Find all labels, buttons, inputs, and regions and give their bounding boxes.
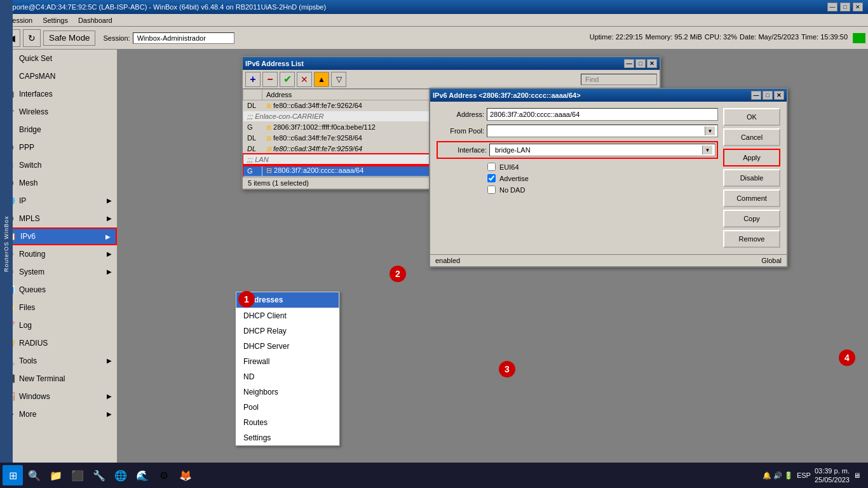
sidebar-item-switch[interactable]: ⇄ Switch <box>0 156 117 174</box>
detail-close[interactable]: ✕ <box>774 91 784 100</box>
status-indicator <box>853 33 865 43</box>
ipv6-list-minimize[interactable]: — <box>624 59 634 68</box>
ipv6-list-maximize[interactable]: □ <box>635 59 646 68</box>
sidebar-item-interfaces[interactable]: ▦ Interfaces <box>0 85 117 103</box>
ipv6-list-close[interactable]: ✕ <box>647 59 657 68</box>
submenu-dhcp-client[interactable]: DHCP Client <box>236 308 339 323</box>
submenu-routes[interactable]: Routes <box>236 415 339 430</box>
col-header-type[interactable] <box>243 90 262 100</box>
taskbar-icons-sys: 🔔 🔊 🔋 <box>763 471 793 480</box>
sidebar-item-queues[interactable]: 📊 Queues <box>0 281 117 299</box>
sidebar-item-radius[interactable]: 🔐 RADIUS <box>0 334 117 352</box>
taskbar-tool[interactable]: 🔧 <box>89 465 109 485</box>
sidebar-item-files[interactable]: 📁 Files <box>0 299 117 316</box>
menu-dashboard[interactable]: Dashboard <box>73 15 118 25</box>
sidebar-item-wireless[interactable]: 〰 Wireless <box>0 103 117 121</box>
sidebar-item-capsman[interactable]: ● CAPsMAN <box>0 67 117 85</box>
title-controls: — □ ✕ <box>827 3 863 11</box>
flag-btn[interactable]: ▲ <box>314 72 329 87</box>
taskbar-terminal[interactable]: ⬛ <box>67 465 88 485</box>
menu-settings[interactable]: Settings <box>37 15 73 25</box>
detail-minimize[interactable]: — <box>751 91 761 100</box>
copy-button[interactable]: Copy <box>723 210 780 227</box>
submenu-settings[interactable]: Settings <box>236 430 339 445</box>
sidebar-label-files: Files <box>19 303 112 312</box>
add-btn[interactable]: + <box>245 72 261 87</box>
sidebar-item-ip[interactable]: 🌐 IP ▶ <box>0 192 117 210</box>
time: Time: 15:39:50 <box>801 33 848 43</box>
taskbar-chrome[interactable]: 🌐 <box>111 465 131 485</box>
minimize-btn[interactable]: — <box>827 3 837 11</box>
submenu-firewall[interactable]: Firewall <box>236 354 339 369</box>
sidebar-item-tools[interactable]: 🔧 Tools ▶ <box>0 352 117 370</box>
submenu-dhcp-server[interactable]: DHCP Server <box>236 339 339 354</box>
apply-button[interactable]: Apply <box>723 149 780 166</box>
ipv6-list-toolbar: + − ✔ ✕ ▲ ▽ <box>243 70 660 89</box>
advertise-row: Advertise <box>487 174 718 182</box>
circle-1: 1 <box>238 291 255 308</box>
detail-status-left: enabled <box>435 257 460 264</box>
winbox-brand: RouterOS WinBox <box>0 50 13 488</box>
start-btn[interactable]: ⊞ <box>3 465 23 485</box>
sidebar-item-ipv6[interactable]: 📋 IPv6 ▶ <box>0 227 117 245</box>
sidebar-item-bridge[interactable]: ⌂ Bridge <box>0 121 117 139</box>
sidebar-item-quick-set[interactable]: ⚡ Quick Set <box>0 50 117 67</box>
taskbar-search[interactable]: 🔍 <box>24 465 44 485</box>
submenu-dhcp-relay[interactable]: DHCP Relay <box>236 323 339 339</box>
cancel-button[interactable]: Cancel <box>723 128 780 146</box>
sidebar-label-tools: Tools <box>19 356 103 365</box>
eui64-checkbox[interactable] <box>487 163 496 171</box>
memory: Memory: 95.2 MiB <box>645 33 702 43</box>
submenu-neighbors[interactable]: Neighbors <box>236 384 339 400</box>
main-area: ⚡ Quick Set ● CAPsMAN ▦ Interfaces 〰 Wir… <box>0 50 868 488</box>
close-btn[interactable]: ✕ <box>853 3 863 11</box>
remove-button[interactable]: Remove <box>723 230 780 248</box>
sidebar-item-ppp[interactable]: ⬡ PPP <box>0 139 117 156</box>
submenu-pool[interactable]: Pool <box>236 400 339 415</box>
sidebar-item-more[interactable]: ⋯ More ▶ <box>0 405 117 423</box>
sidebar-label-log: Log <box>19 321 112 330</box>
submenu-nd[interactable]: ND <box>236 369 339 384</box>
sidebar-label-interfaces: Interfaces <box>19 90 112 98</box>
taskbar-settings[interactable]: ⚙ <box>154 465 174 485</box>
sidebar-item-mesh[interactable]: ⬡ Mesh <box>0 174 117 192</box>
taskbar-edge[interactable]: 🌊 <box>132 465 153 485</box>
edit-btn[interactable]: ✔ <box>280 72 295 87</box>
find-input[interactable] <box>581 74 657 85</box>
refresh-btn[interactable]: ↻ <box>23 29 41 47</box>
safe-mode-btn[interactable]: Safe Mode <box>43 30 95 46</box>
sidebar-label-radius: RADIUS <box>19 339 112 348</box>
ok-button[interactable]: OK <box>723 108 780 126</box>
advertise-checkbox[interactable] <box>487 174 496 182</box>
detail-maximize[interactable]: □ <box>763 91 773 100</box>
sidebar-item-windows[interactable]: 🪟 Windows ▶ <box>0 388 117 405</box>
no-dad-checkbox[interactable] <box>487 186 496 194</box>
interface-arrow[interactable]: ▼ <box>702 146 712 154</box>
date: Date: May/25/2023 <box>740 33 799 43</box>
sidebar-item-log[interactable]: 📝 Log <box>0 316 117 334</box>
circle-3: 3 <box>499 361 515 377</box>
remove-btn[interactable]: − <box>262 72 278 87</box>
taskbar-file-explorer[interactable]: 📁 <box>46 465 66 485</box>
address-label: Address: <box>437 111 484 118</box>
cancel-btn[interactable]: ✕ <box>297 72 312 87</box>
taskbar-time: 03:39 p. m. 25/05/2023 <box>815 466 850 485</box>
address-input[interactable] <box>487 108 718 121</box>
col-header-address[interactable]: Address <box>262 90 451 100</box>
sidebar-item-routing[interactable]: ⚙ Routing ▶ <box>0 245 117 263</box>
time-display: 03:39 p. m. <box>815 466 850 475</box>
circle-2: 2 <box>390 266 406 282</box>
sidebar-label-routing: Routing <box>19 250 103 259</box>
sidebar-item-new-terminal[interactable]: ⬛ New Terminal <box>0 370 117 388</box>
from-pool-select[interactable]: ▼ <box>487 125 718 137</box>
sidebar-item-system[interactable]: ⚙ System ▶ <box>0 263 117 281</box>
filter-btn[interactable]: ▽ <box>331 72 346 87</box>
from-pool-arrow[interactable]: ▼ <box>705 126 715 135</box>
taskbar-orange[interactable]: 🦊 <box>175 465 196 485</box>
notification-area[interactable]: 🖥 <box>853 471 860 479</box>
disable-button[interactable]: Disable <box>723 169 780 187</box>
maximize-btn[interactable]: □ <box>840 3 850 11</box>
interface-select[interactable]: bridge-LAN ▼ <box>489 144 715 156</box>
sidebar-item-mpls[interactable]: ⬡ MPLS ▶ <box>0 210 117 227</box>
comment-button[interactable]: Comment <box>723 189 780 207</box>
